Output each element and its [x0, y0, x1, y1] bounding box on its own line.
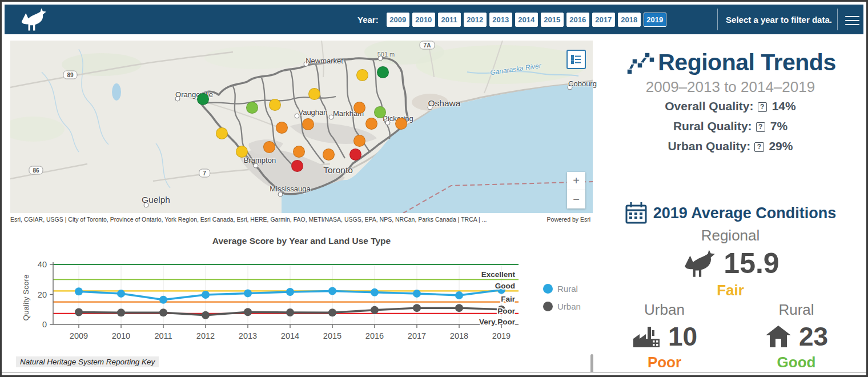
header-divider	[837, 9, 838, 30]
station-dot-lightgreen[interactable]	[374, 106, 386, 118]
map-legend-button[interactable]	[566, 50, 586, 69]
svg-text:2012: 2012	[196, 331, 215, 340]
svg-text:Fair: Fair	[501, 295, 516, 303]
svg-text:2010: 2010	[112, 331, 130, 340]
app-logo[interactable]	[16, 7, 50, 32]
trend-stat-urban-quality-: Urban Quality:? 29%	[598, 139, 862, 153]
map-label-guelph: Guelph	[142, 195, 170, 205]
powered-by-esri: Powered by Esri	[547, 216, 590, 223]
station-dot-orange[interactable]	[276, 122, 288, 134]
bottom-divider	[2, 372, 866, 373]
map-label-toronto: Toronto	[323, 165, 353, 175]
station-dot-yellow[interactable]	[216, 127, 228, 139]
rural-rating: Good	[730, 354, 862, 371]
chart-panel: Average Score by Year and Land Use Type …	[10, 229, 593, 352]
map-label-mississauga: Mississauga	[270, 185, 311, 193]
highway-shield-86: 86	[29, 166, 43, 175]
station-dot-yellow[interactable]	[356, 69, 368, 81]
year-filter-label: Year:	[357, 15, 379, 25]
urban-card: Urban 10 Poor	[598, 301, 730, 371]
rural-card: Rural 23 Good	[730, 301, 862, 371]
map-panel[interactable]: OrangevilleNewmarketGuelphBramptonMissis…	[10, 41, 593, 226]
summary-panel: Regional Trends 2009–2013 to 2014–2019 O…	[598, 41, 862, 372]
year-button-2011[interactable]: 2011	[438, 13, 461, 27]
station-dot-orange[interactable]	[293, 146, 305, 158]
station-dot-red[interactable]	[349, 149, 361, 161]
year-button-2014[interactable]: 2014	[515, 13, 538, 27]
urban-rating: Poor	[598, 354, 730, 371]
conditions-title: 2019 Average Conditions	[653, 204, 837, 222]
year-button-2009[interactable]: 2009	[387, 13, 409, 27]
dashboard: Year: 2009201020112012201320142015201620…	[0, 0, 868, 377]
legend-dot	[543, 302, 553, 311]
station-dot-green[interactable]	[197, 93, 209, 105]
year-button-2017[interactable]: 2017	[592, 13, 615, 27]
urban-score: 10	[668, 321, 697, 352]
missing-glyph: ?	[758, 102, 767, 112]
svg-text:2019: 2019	[492, 331, 511, 340]
zoom-out-button[interactable]: −	[567, 190, 585, 208]
year-button-2016[interactable]: 2016	[566, 13, 589, 27]
missing-glyph: ?	[756, 122, 765, 132]
missing-glyph: ?	[754, 142, 763, 152]
filter-hint-text: Select a year to filter data.	[723, 5, 835, 34]
year-button-2013[interactable]: 2013	[489, 13, 512, 27]
svg-text:2017: 2017	[408, 331, 426, 340]
station-dot-yellow[interactable]	[236, 146, 248, 158]
station-dot-green[interactable]	[377, 66, 389, 78]
station-dot-yellow[interactable]	[308, 88, 320, 100]
year-button-2018[interactable]: 2018	[618, 13, 641, 27]
zoom-in-button[interactable]: +	[567, 172, 585, 190]
year-button-group: 2009201020112012201320142015201620172018…	[387, 13, 666, 27]
svg-text:Very Poor: Very Poor	[479, 318, 516, 326]
station-dot-orange[interactable]	[395, 118, 407, 130]
svg-text:Quality Score: Quality Score	[22, 274, 30, 320]
reporting-key-label[interactable]: Natural Heritage System Reporting Key	[16, 356, 159, 367]
year-filter: Year: 2009201020112012201320142015201620…	[357, 5, 666, 34]
year-button-2015[interactable]: 2015	[541, 13, 564, 27]
menu-icon	[845, 16, 859, 18]
regional-score: 15.9	[724, 247, 779, 280]
svg-text:40: 40	[38, 260, 47, 269]
year-button-2012[interactable]: 2012	[464, 13, 487, 27]
svg-text:2013: 2013	[239, 331, 257, 340]
map-label-newmarket: Newmarket	[306, 57, 343, 65]
factory-icon	[632, 323, 661, 350]
svg-text:2014: 2014	[281, 331, 299, 340]
calendar-icon	[625, 202, 648, 224]
year-button-2010[interactable]: 2010	[412, 13, 435, 27]
station-dot-yellow[interactable]	[269, 99, 281, 111]
regional-label: Regional	[598, 227, 862, 244]
station-dot-orange[interactable]	[353, 135, 365, 147]
urban-rural-cards: Urban 10 Poor Rural	[598, 301, 862, 371]
station-dot-orange[interactable]	[323, 149, 335, 161]
svg-text:2011: 2011	[154, 331, 172, 340]
svg-text:2015: 2015	[323, 331, 341, 340]
highway-shield-7: 7	[199, 169, 210, 178]
svg-text:0: 0	[42, 320, 47, 329]
station-dot-orange[interactable]	[365, 118, 377, 130]
station-dot-orange[interactable]	[302, 118, 314, 130]
bird-logo-icon	[16, 7, 50, 32]
scrollbar-thumb[interactable]	[590, 354, 593, 373]
map-label-501-m: 501 m	[377, 51, 395, 58]
svg-text:Excellent: Excellent	[481, 270, 516, 279]
station-dot-orange[interactable]	[353, 102, 365, 114]
station-dot-orange[interactable]	[263, 141, 275, 153]
rural-label: Rural	[730, 301, 862, 319]
menu-button[interactable]	[845, 13, 859, 28]
legend-label: Rural	[557, 284, 578, 294]
station-dot-red[interactable]	[291, 160, 303, 172]
regional-card: Regional 15.9 Fair	[598, 227, 862, 299]
svg-text:2018: 2018	[450, 331, 468, 340]
year-button-2019[interactable]: 2019	[644, 13, 666, 27]
map-label-cobourg: Cobourg	[568, 79, 597, 88]
rural-score: 23	[799, 321, 828, 352]
regional-rating: Fair	[598, 282, 862, 299]
highway-shield-89: 89	[63, 71, 77, 79]
header-divider	[717, 9, 718, 30]
conditions-header: 2019 Average Conditions	[598, 202, 862, 224]
station-dot-lightgreen[interactable]	[246, 102, 258, 114]
trend-line-icon	[625, 47, 656, 77]
svg-text:2009: 2009	[70, 331, 88, 340]
